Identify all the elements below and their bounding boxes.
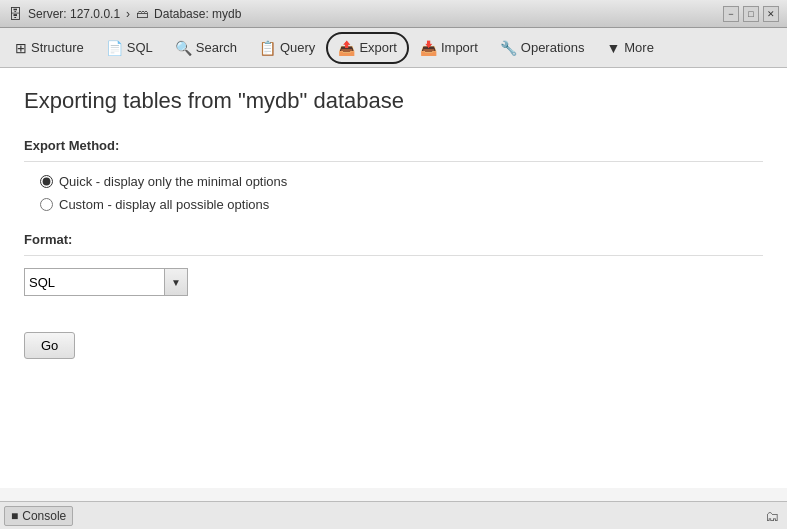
nav-sql[interactable]: 📄 SQL xyxy=(95,32,164,64)
sql-icon: 📄 xyxy=(106,40,123,56)
separator: › xyxy=(126,7,130,21)
export-method-divider xyxy=(24,161,763,162)
nav-search[interactable]: 🔍 Search xyxy=(164,32,248,64)
export-method-label: Export Method: xyxy=(24,138,763,153)
export-icon: 📤 xyxy=(338,40,355,56)
format-select-wrapper: SQL CSV XML JSON PDF ▼ xyxy=(24,268,763,296)
nav-bar: ⊞ Structure 📄 SQL 🔍 Search 📋 Query 📤 Exp… xyxy=(0,28,787,68)
app-icon: 🗄 xyxy=(8,6,22,22)
title-bar: 🗄 Server: 127.0.0.1 › 🗃 Database: mydb −… xyxy=(0,0,787,28)
nav-export[interactable]: 📤 Export xyxy=(326,32,409,64)
import-icon: 📥 xyxy=(420,40,437,56)
radio-custom-option[interactable]: Custom - display all possible options xyxy=(40,197,763,212)
query-icon: 📋 xyxy=(259,40,276,56)
nav-operations[interactable]: 🔧 Operations xyxy=(489,32,596,64)
search-icon: 🔍 xyxy=(175,40,192,56)
radio-quick-input[interactable] xyxy=(40,175,53,188)
more-icon: ▼ xyxy=(606,40,620,56)
structure-icon: ⊞ xyxy=(15,40,27,56)
format-divider xyxy=(24,255,763,256)
nav-sql-label: SQL xyxy=(127,40,153,55)
nav-search-label: Search xyxy=(196,40,237,55)
close-button[interactable]: ✕ xyxy=(763,6,779,22)
title-bar-left: 🗄 Server: 127.0.0.1 › 🗃 Database: mydb xyxy=(8,6,241,22)
nav-query[interactable]: 📋 Query xyxy=(248,32,326,64)
format-select[interactable]: SQL CSV XML JSON PDF xyxy=(24,268,164,296)
nav-query-label: Query xyxy=(280,40,315,55)
main-content: Exporting tables from "mydb" database Ex… xyxy=(0,68,787,488)
minimize-button[interactable]: − xyxy=(723,6,739,22)
maximize-button[interactable]: □ xyxy=(743,6,759,22)
nav-more-label: More xyxy=(624,40,654,55)
radio-quick-option[interactable]: Quick - display only the minimal options xyxy=(40,174,763,189)
format-section: Format: SQL CSV XML JSON PDF ▼ xyxy=(24,232,763,296)
export-method-options: Quick - display only the minimal options… xyxy=(24,174,763,212)
radio-custom-input[interactable] xyxy=(40,198,53,211)
radio-custom-label: Custom - display all possible options xyxy=(59,197,269,212)
nav-structure[interactable]: ⊞ Structure xyxy=(4,32,95,64)
page-title: Exporting tables from "mydb" database xyxy=(24,88,763,114)
db-label: Database: mydb xyxy=(154,7,241,21)
nav-operations-label: Operations xyxy=(521,40,585,55)
nav-import[interactable]: 📥 Import xyxy=(409,32,489,64)
export-method-section: Export Method: Quick - display only the … xyxy=(24,138,763,212)
nav-export-label: Export xyxy=(359,40,397,55)
select-arrow-icon[interactable]: ▼ xyxy=(164,268,188,296)
window-controls: − □ ✕ xyxy=(723,6,779,22)
nav-structure-label: Structure xyxy=(31,40,84,55)
db-icon: 🗃 xyxy=(136,7,148,21)
nav-import-label: Import xyxy=(441,40,478,55)
radio-quick-label: Quick - display only the minimal options xyxy=(59,174,287,189)
format-label: Format: xyxy=(24,232,763,247)
go-button[interactable]: Go xyxy=(24,332,75,359)
operations-icon: 🔧 xyxy=(500,40,517,56)
server-label: Server: 127.0.0.1 xyxy=(28,7,120,21)
nav-more[interactable]: ▼ More xyxy=(595,32,664,64)
